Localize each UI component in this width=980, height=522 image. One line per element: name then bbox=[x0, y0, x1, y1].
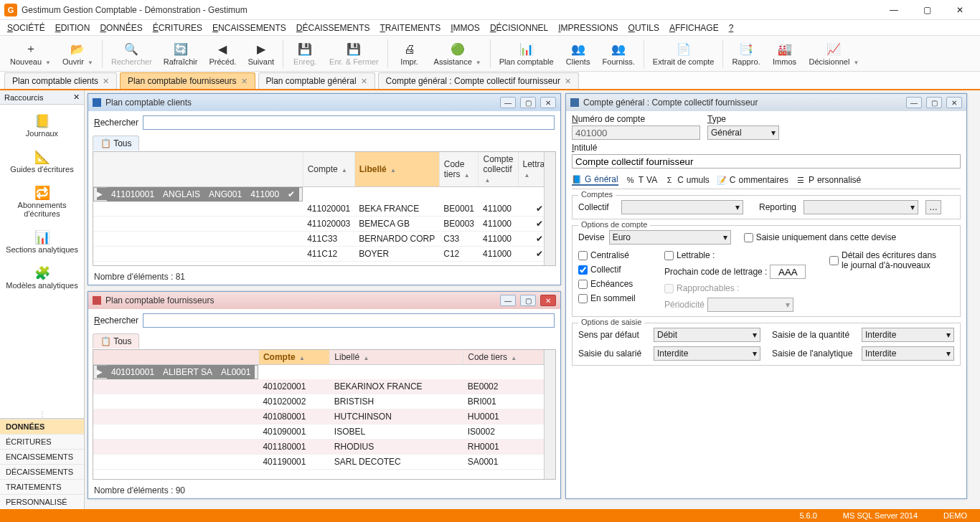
subtab-cumuls[interactable]: ΣCumuls bbox=[664, 174, 710, 186]
win-maximize-button[interactable]: ▢ bbox=[520, 295, 536, 306]
tool-assistance[interactable]: 🟢Assistance ▼ bbox=[428, 37, 487, 70]
subtab-personnalisé[interactable]: ☰Personnalisé bbox=[796, 174, 861, 186]
menu-décisionnel[interactable]: DÉCISIONNEL bbox=[490, 23, 548, 33]
close-icon[interactable]: ✕ bbox=[565, 77, 571, 86]
tool-nouveau[interactable]: ＋Nouveau ▼ bbox=[4, 37, 57, 70]
win-close-button[interactable]: ✕ bbox=[946, 97, 962, 108]
column-header[interactable]: Code tiers ▲ bbox=[463, 350, 544, 365]
menu-décaissements[interactable]: DÉCAISSEMENTS bbox=[296, 23, 370, 33]
category-item[interactable]: ENCAISSEMENTS bbox=[0, 449, 84, 464]
saisie-unique-checkbox[interactable] bbox=[744, 233, 753, 242]
numero-field[interactable] bbox=[572, 125, 700, 140]
close-icon[interactable]: ✕ bbox=[103, 77, 109, 86]
category-item[interactable]: ÉCRITURES bbox=[0, 434, 84, 449]
collectif-checkbox[interactable] bbox=[578, 265, 588, 275]
tab-tous-fournisseurs[interactable]: 📋 Tous bbox=[93, 333, 139, 348]
menu-données[interactable]: DONNÉES bbox=[100, 23, 142, 33]
tool-impr-[interactable]: 🖨Impr. bbox=[391, 37, 428, 70]
scrollbar[interactable] bbox=[544, 350, 555, 479]
shortcuts-close-icon[interactable]: ✕ bbox=[73, 92, 80, 102]
table-row[interactable]: 401180001RHODIUSRH0001 bbox=[93, 440, 544, 455]
table-row[interactable]: 411C33BERNARDO CORPC33411000✔ bbox=[93, 232, 544, 247]
close-button[interactable]: ✕ bbox=[944, 1, 976, 19]
category-item[interactable]: DONNÉES bbox=[0, 419, 84, 434]
tool-rafra-chir[interactable]: 🔄Rafraîchir bbox=[158, 37, 204, 70]
centralise-checkbox[interactable] bbox=[578, 251, 588, 260]
subtab-commentaires[interactable]: 📝Commentaires bbox=[717, 174, 788, 186]
devise-select[interactable]: Euro▾ bbox=[609, 230, 731, 245]
menu-traitements[interactable]: TRAITEMENTS bbox=[380, 23, 441, 33]
reporting-select[interactable]: ▾ bbox=[804, 200, 918, 214]
table-row[interactable]: 411C28BRUNETC28411000✔ bbox=[93, 262, 544, 266]
type-select[interactable]: Général▾ bbox=[707, 125, 779, 140]
win-minimize-button[interactable]: — bbox=[906, 97, 922, 108]
shortcut-item[interactable]: 🔁Abonnements d'écritures bbox=[0, 179, 84, 224]
table-row[interactable]: 411020001BEKA FRANCEBE0001411000✔ bbox=[93, 201, 544, 217]
shortcut-item[interactable]: 📊Sections analytiques bbox=[0, 224, 84, 260]
close-icon[interactable]: ✕ bbox=[241, 77, 248, 86]
tool-d-cisionnel[interactable]: 📈Décisionnel ▼ bbox=[804, 37, 865, 70]
lettrable-checkbox[interactable] bbox=[664, 251, 674, 260]
win-maximize-button[interactable]: ▢ bbox=[926, 97, 942, 108]
tool-immos[interactable]: 🏭Immos bbox=[766, 37, 804, 70]
win-minimize-button[interactable]: — bbox=[500, 97, 516, 108]
doc-tab[interactable]: Plan comptable fournisseurs✕ bbox=[120, 72, 255, 89]
table-row[interactable]: 401090001ISOBELIS0002 bbox=[93, 424, 544, 440]
shortcut-item[interactable]: 📒Journaux bbox=[0, 108, 84, 143]
tool-clients[interactable]: 👥Clients bbox=[560, 37, 597, 70]
category-item[interactable]: PERSONNALISÉ bbox=[0, 494, 84, 509]
menu-outils[interactable]: OUTILS bbox=[628, 23, 659, 33]
table-row[interactable]: 401020002BRISTISHBRI001 bbox=[93, 394, 544, 409]
menu-edition[interactable]: EDITION bbox=[55, 23, 90, 33]
sommeil-checkbox[interactable] bbox=[578, 294, 588, 303]
column-header[interactable]: Compte collectif ▲ bbox=[479, 152, 518, 187]
tool-suivant[interactable]: ▶Suivant bbox=[242, 37, 280, 70]
category-item[interactable]: TRAITEMENTS bbox=[0, 479, 84, 494]
menu-immos[interactable]: IMMOS bbox=[451, 23, 480, 33]
menu-société[interactable]: SOCIÉTÉ bbox=[7, 23, 45, 33]
shortcut-item[interactable]: 📐Guides d'écritures bbox=[0, 143, 84, 179]
grid-fournisseurs[interactable]: Compte ▲Libellé ▲Code tiers ▲▶401010001A… bbox=[93, 350, 544, 470]
minimize-button[interactable]: — bbox=[878, 1, 910, 19]
table-row[interactable]: ▶411010001ANGLAISANG001411000✔ bbox=[93, 187, 303, 201]
column-header[interactable]: Libellé ▲ bbox=[330, 350, 463, 365]
menu-impressions[interactable]: IMPRESSIONS bbox=[558, 23, 618, 33]
table-row[interactable]: 411020003BEMECA GBBE0003411000✔ bbox=[93, 217, 544, 232]
doc-tab[interactable]: Compte général : Compte collectif fourni… bbox=[378, 72, 579, 89]
saisie-salarie-select[interactable]: Interdite▾ bbox=[654, 346, 760, 361]
win-close-button[interactable]: ✕ bbox=[540, 97, 556, 108]
reporting-more-button[interactable]: … bbox=[925, 200, 941, 214]
subtab-tva[interactable]: %TVA bbox=[626, 174, 657, 186]
echeances-checkbox[interactable] bbox=[578, 280, 588, 289]
prochain-code-field[interactable] bbox=[770, 265, 806, 279]
column-header[interactable]: Code tiers ▲ bbox=[439, 152, 479, 187]
saisie-analytique-select[interactable]: Interdite▾ bbox=[862, 346, 954, 361]
search-input-fournisseurs[interactable] bbox=[143, 313, 555, 328]
menu-?[interactable]: ? bbox=[729, 23, 734, 33]
tool-ouvrir[interactable]: 📂Ouvrir ▼ bbox=[57, 37, 99, 70]
tool-pr-c-d-[interactable]: ◀Précéd. bbox=[203, 37, 242, 70]
maximize-button[interactable]: ▢ bbox=[911, 1, 943, 19]
column-header[interactable]: Libellé ▲ bbox=[354, 152, 439, 187]
detail-ecritures-checkbox[interactable] bbox=[829, 256, 839, 265]
table-row[interactable]: 411C12BOYERC12411000✔ bbox=[93, 247, 544, 262]
intitule-field[interactable] bbox=[572, 154, 961, 169]
menu-affichage[interactable]: AFFICHAGE bbox=[669, 23, 719, 33]
table-row[interactable]: 401190001SARL DECOTECSA0001 bbox=[93, 455, 544, 470]
doc-tab[interactable]: Plan comptable général✕ bbox=[258, 72, 375, 89]
column-header[interactable]: Compte ▲ bbox=[258, 350, 329, 365]
table-row[interactable]: 401020001BEKARINOX FRANCEBE0002 bbox=[93, 379, 544, 394]
tab-tous-clients[interactable]: 📋 Tous bbox=[93, 136, 139, 151]
column-header[interactable]: Lettrable ▲ bbox=[518, 152, 544, 187]
sens-defaut-select[interactable]: Débit▾ bbox=[654, 328, 760, 342]
doc-tab[interactable]: Plan comptable clients✕ bbox=[4, 72, 117, 89]
shortcut-item[interactable]: 🧩Modèles analytiques bbox=[0, 260, 84, 295]
column-header[interactable]: Compte ▲ bbox=[303, 152, 354, 187]
saisie-quantite-select[interactable]: Interdite▾ bbox=[862, 328, 954, 342]
tool-plan-comptable[interactable]: 📊Plan comptable bbox=[494, 37, 560, 70]
win-close-button[interactable]: ✕ bbox=[540, 295, 556, 306]
tool-rappro-[interactable]: 📑Rappro. bbox=[726, 37, 765, 70]
collectif-select[interactable]: ▾ bbox=[621, 200, 743, 214]
grid-clients[interactable]: Compte ▲Libellé ▲Code tiers ▲Compte coll… bbox=[93, 152, 544, 265]
menu-encaissements[interactable]: ENCAISSEMENTS bbox=[212, 23, 286, 33]
